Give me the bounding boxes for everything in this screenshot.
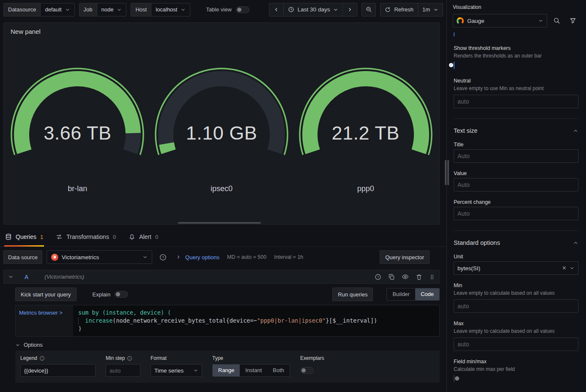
job-variable-picker[interactable]: Job node [79, 3, 127, 16]
query-options-header[interactable]: Options [15, 342, 440, 348]
code-mode-option[interactable]: Code [415, 288, 439, 300]
chevron-down-icon[interactable] [8, 274, 14, 280]
visualization-select[interactable]: Gauge [453, 14, 547, 27]
chevron-down-icon [117, 7, 122, 12]
field-minmax-toggle[interactable] [454, 375, 455, 382]
title-size-input[interactable] [454, 149, 578, 163]
min-step-input[interactable] [106, 364, 140, 377]
gauge-panel: New panel 3.66 TB br-lan 1.10 GB ipsec0 [3, 22, 440, 225]
query-options-panel: Legend i Min step i Fo [15, 351, 440, 383]
panel-wrap: New panel 3.66 TB br-lan 1.10 GB ipsec0 [3, 22, 440, 225]
hide-response-icon[interactable] [402, 273, 409, 280]
variable-value[interactable]: localhost [151, 3, 190, 16]
metrics-browser-link[interactable]: Metrics browser > [19, 310, 63, 316]
clear-unit-icon[interactable]: × [562, 265, 566, 271]
tab-transformations[interactable]: Transformations 0 [55, 227, 117, 247]
refresh-button[interactable]: Refresh [381, 3, 418, 16]
search-options-button[interactable] [550, 14, 563, 27]
variable-label: Job [79, 3, 97, 16]
query-inspector-button[interactable]: Query inspector [380, 250, 430, 264]
delete-query-icon[interactable] [416, 274, 422, 280]
datasource-select[interactable]: Victoriametrics [47, 250, 152, 264]
legend-field: Legend i [20, 355, 96, 377]
max-input[interactable] [454, 337, 578, 351]
visualization-label: Visualization [453, 4, 579, 10]
divider [454, 118, 578, 119]
filter-options-button[interactable] [567, 14, 579, 27]
metrics-browser-panel: Metrics browser > [16, 305, 73, 336]
percent-change-size-input[interactable] [454, 207, 578, 220]
top-toolbar: Datasource default Job node Host localho… [0, 0, 446, 19]
min-step-label-text: Min step [106, 355, 125, 361]
min-input[interactable] [454, 299, 578, 313]
time-shift-forward-button[interactable] [342, 3, 357, 16]
exemplars-toggle[interactable] [300, 367, 314, 374]
variable-value-text: localhost [156, 6, 177, 13]
vertical-scrollbar[interactable] [445, 160, 446, 185]
gauge-arc [152, 65, 291, 168]
toolbar-right: Table view Last 30 days [206, 3, 443, 16]
text-size-section-header[interactable]: Text size [454, 127, 578, 134]
table-view-toggle[interactable] [236, 6, 249, 13]
gauge-value: 1.10 GB [150, 122, 294, 144]
tab-queries[interactable]: Queries 1 [4, 227, 44, 247]
format-label-text: Format [151, 355, 167, 361]
query-options-cluster[interactable]: Query options MD = auto = 500 Interval =… [176, 254, 303, 260]
question-circle-icon: ? [159, 254, 167, 261]
promql-code-editor[interactable]: sum by (instance, device) ( increase(nod… [73, 305, 439, 336]
info-circle-icon: i [127, 356, 132, 361]
horizontal-scrollbar[interactable] [178, 222, 261, 224]
sidebar-scrollbar[interactable] [447, 160, 449, 185]
datasource-variable-picker[interactable]: Datasource default [3, 3, 75, 16]
field-label: Field min/max [454, 359, 578, 365]
info-circle-icon: i [39, 356, 45, 361]
standard-options-section-header[interactable]: Standard options [454, 239, 578, 246]
value-size-input[interactable] [454, 178, 578, 192]
min-field: Min Leave empty to calculate based on al… [454, 282, 578, 313]
type-range-option[interactable]: Range [213, 365, 240, 376]
query-help-icon[interactable]: ? [375, 274, 381, 280]
builder-mode-option[interactable]: Builder [387, 288, 415, 300]
format-select[interactable]: Time series [151, 364, 202, 377]
run-queries-button[interactable]: Run queries [332, 288, 373, 301]
query-options-link[interactable]: Query options [185, 254, 219, 260]
divider [454, 230, 578, 231]
legend-input[interactable] [20, 364, 96, 377]
drag-handle-icon[interactable] [429, 274, 435, 280]
type-field: Type Range Instant Both [212, 355, 290, 377]
chevron-down-icon [142, 255, 148, 260]
cropped-toggle[interactable]: ✓ [454, 33, 455, 36]
unit-value: bytes(SI) [457, 265, 480, 271]
type-instant-option[interactable]: Instant [240, 365, 267, 376]
show-threshold-markers-toggle[interactable]: ✓ [454, 62, 455, 69]
duplicate-query-icon[interactable] [388, 274, 395, 280]
gauge-label: ppp0 [293, 184, 438, 193]
zoom-out-button[interactable] [361, 3, 376, 16]
variable-value[interactable]: default [40, 3, 74, 16]
type-both-option[interactable]: Both [267, 365, 290, 376]
time-shift-back-button[interactable] [269, 3, 283, 16]
explain-toggle[interactable] [115, 291, 128, 298]
field-label: Value [454, 170, 578, 176]
visualization-value: Gauge [467, 18, 485, 24]
kick-start-query-button[interactable]: Kick start your query [15, 288, 77, 301]
query-card-header[interactable]: A (Victoriametrics) ? [3, 270, 440, 284]
variable-value[interactable]: node [97, 3, 127, 16]
gauge-label: ipsec0 [150, 184, 294, 193]
datasource-label: Data source [3, 250, 42, 264]
refresh-interval-button[interactable]: 1m [418, 3, 443, 16]
time-range-button[interactable]: Last 30 days [283, 3, 343, 16]
datasource-name: Victoriametrics [62, 254, 99, 260]
field-label: Neutral [454, 78, 578, 84]
legend-label-text: Legend [20, 355, 37, 361]
svg-text:i: i [42, 356, 42, 359]
legend-field-label: Legend i [20, 355, 96, 362]
neutral-input[interactable] [454, 95, 578, 108]
host-variable-picker[interactable]: Host localhost [131, 3, 190, 16]
tab-alert[interactable]: Alert 0 [128, 227, 159, 247]
chevron-up-icon [573, 128, 578, 134]
active-tab-indicator [4, 245, 44, 247]
datasource-help-button[interactable]: ? [156, 251, 169, 263]
unit-select[interactable]: bytes(SI) × [454, 261, 578, 275]
chevron-down-icon [570, 266, 575, 271]
